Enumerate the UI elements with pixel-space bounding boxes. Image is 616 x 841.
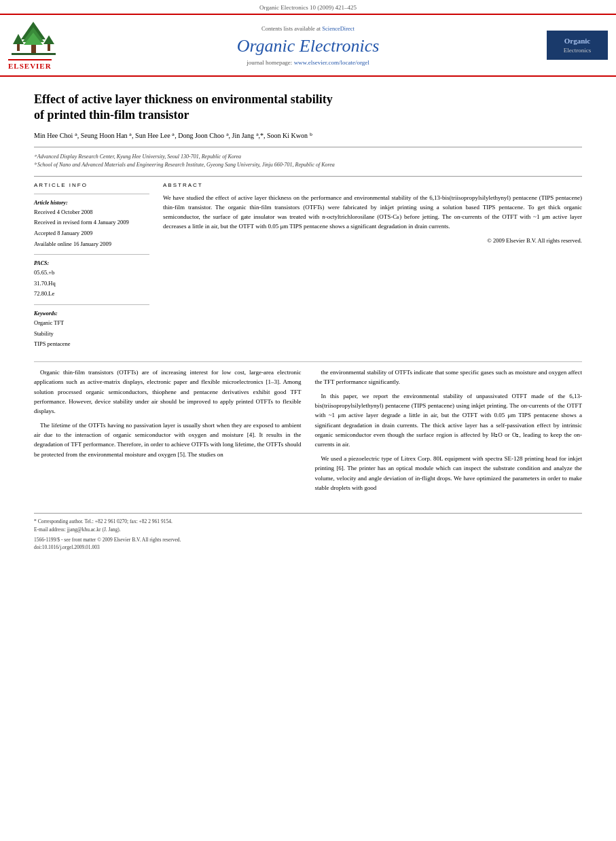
pacs-1: 05.65.+b [34,268,149,278]
pacs-label: PACS: [34,260,149,266]
affiliation-a: ᵃ Advanced Display Research Center, Kyun… [34,153,582,161]
svg-marker-7 [43,35,54,44]
accepted-date: Accepted 8 January 2009 [34,229,149,238]
body-left-p2: The lifetime of the OTFTs having no pass… [34,420,302,460]
info-divider-2 [34,254,149,255]
available-date: Available online 16 January 2009 [34,240,149,249]
journal-title-section: Contents lists available at ScienceDirec… [76,25,540,66]
article-title: Effect of active layer thickness on envi… [34,92,582,124]
page-footer: * Corresponding author. Tel.: +82 2 961 … [34,513,582,551]
received-date: Received 4 October 2008 [34,208,149,217]
abstract-text: We have studied the effect of active lay… [163,194,582,232]
affiliation-divider [34,176,582,177]
keyword-3: TIPS pentacene [34,340,149,349]
main-content: Effect of active layer thickness on envi… [0,77,616,506]
body-column-right: the environmental stability of OTFTs ind… [315,368,583,497]
journal-logo-box: Organic Electronics [547,31,608,60]
pacs-3: 72.80.Le [34,289,149,299]
body-right-p1: the environmental stability of OTFTs ind… [315,368,583,387]
footer-issn: 1566-1199/$ - see front matter © 2009 El… [34,536,582,543]
homepage-label: journal homepage: [247,59,292,66]
affiliation-b: ᵇ School of Nano and Advanced Materials … [34,161,582,169]
elsevier-label: ELSEVIER [8,59,52,70]
authors-divider [34,147,582,147]
svg-rect-6 [17,44,20,51]
journal-reference: Organic Electronics 10 (2009) 421–425 [0,0,616,14]
keyword-2: Stability [34,329,149,339]
homepage-url: www.elsevier.com/locate/orgel [294,59,369,66]
info-divider-1 [34,194,149,194]
body-columns: Organic thin-film transistors (OTFTs) ar… [34,361,582,497]
abstract-section: ABSTRACT We have studied the effect of a… [163,182,582,351]
journal-logo-box-section: Organic Electronics [547,31,608,60]
sciencedirect-prefix: Contents lists available at [261,25,321,32]
received-revised-date: Received in revised form 4 January 2009 [34,218,149,228]
journal-homepage: journal homepage: www.elsevier.com/locat… [76,59,540,66]
article-history-label: Article history: [34,200,149,206]
body-right-p2: In this paper, we report the environment… [315,391,583,450]
body-right-p3: We used a piezoelectric type of Litrex C… [315,454,583,493]
info-divider-3 [34,304,149,305]
sciencedirect-bar: Contents lists available at ScienceDirec… [76,25,540,32]
article-info-panel: ARTICLE INFO Article history: Received 4… [34,182,149,351]
svg-rect-0 [12,53,56,55]
article-info-heading: ARTICLE INFO [34,182,149,188]
elsevier-logo: ELSEVIER [8,20,69,70]
footnote-email: E-mail address: jjang@khu.ac.kr (J. Jang… [34,526,582,533]
body-left-p1: Organic thin-film transistors (OTFTs) ar… [34,368,302,416]
article-info-abstract: ARTICLE INFO Article history: Received 4… [34,182,582,351]
svg-rect-8 [48,44,50,51]
affiliations: ᵃ Advanced Display Research Center, Kyun… [34,153,582,169]
footer-doi: doi:10.1016/j.orgel.2009.01.003 [34,543,582,551]
logo-title: Organic [551,36,604,46]
pacs-2: 31.70.Hq [34,279,149,289]
journal-header: ELSEVIER Contents lists available at Sci… [0,14,616,77]
abstract-heading: ABSTRACT [163,182,582,188]
authors: Min Hee Choi ᵃ, Seung Hoon Han ᵃ, Sun He… [34,130,582,141]
journal-name: Organic Electronics [76,36,540,56]
copyright: © 2009 Elsevier B.V. All rights reserved… [163,237,582,244]
sciencedirect-link: ScienceDirect [322,25,355,32]
keyword-1: Organic TFT [34,319,149,328]
keywords-label: Keywords: [34,310,149,317]
logo-subtitle: Electronics [551,46,604,55]
body-column-left: Organic thin-film transistors (OTFTs) ar… [34,368,302,497]
footnote-corresponding: * Corresponding author. Tel.: +82 2 961 … [34,518,582,525]
elsevier-logo-section: ELSEVIER [8,20,69,70]
elsevier-tree-icon [8,20,59,58]
